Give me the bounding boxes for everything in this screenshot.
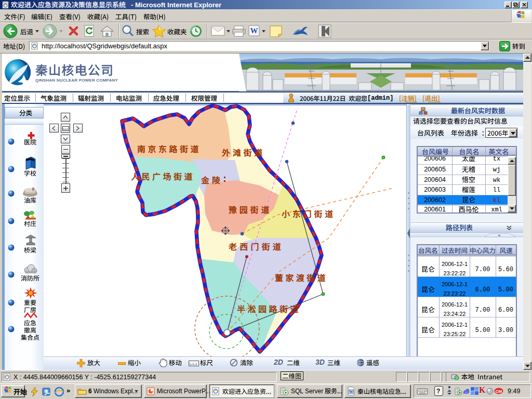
svg-text:W: W (349, 390, 353, 394)
svg-text:CM: CM (496, 389, 502, 394)
svg-text:W: W (250, 26, 258, 35)
